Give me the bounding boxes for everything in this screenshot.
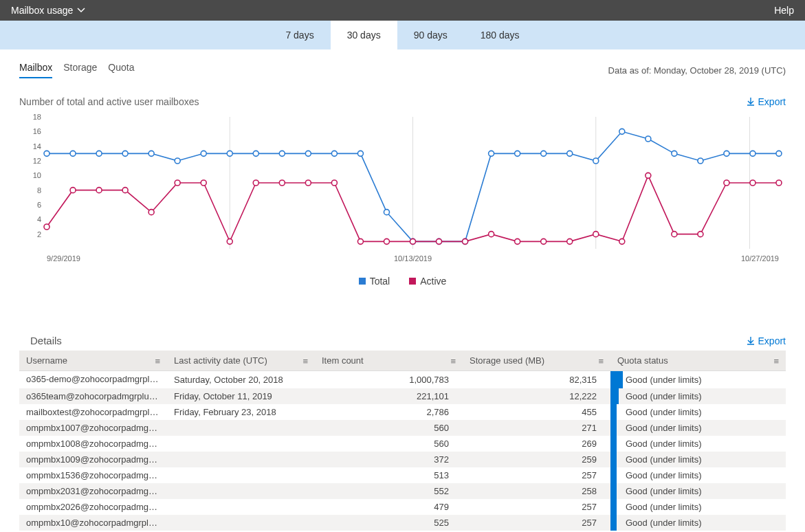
cell-storage: 257 [463, 515, 610, 531]
svg-text:16: 16 [33, 127, 41, 135]
cell-last [167, 515, 315, 531]
cell-quota: Good (under limits) [610, 404, 786, 420]
svg-point-67 [619, 239, 625, 244]
tab-180-days[interactable]: 180 days [464, 21, 536, 49]
svg-point-38 [619, 129, 625, 134]
tab-90-days[interactable]: 90 days [397, 21, 464, 49]
svg-point-63 [515, 239, 520, 244]
col-storage[interactable]: Storage used (MB)≡ [463, 351, 610, 371]
table-row[interactable]: ompmbx1008@zohocorpadmgrplus.o...560269G… [19, 436, 786, 452]
cell-quota: Good (under limits) [610, 452, 786, 467]
svg-point-56 [331, 180, 337, 186]
svg-point-47 [96, 188, 102, 193]
cell-quota: Good (under limits) [610, 420, 786, 436]
help-link[interactable]: Help [774, 5, 794, 16]
tab-mailbox[interactable]: Mailbox [19, 62, 52, 78]
svg-point-65 [567, 239, 573, 244]
table-row[interactable]: o365-demo@zohocorpadmgrplus.onmicros...S… [19, 371, 786, 388]
col-menu-icon[interactable]: ≡ [450, 355, 456, 366]
cell-items: 525 [315, 515, 463, 531]
cell-storage: 12,222 [463, 388, 610, 404]
cell-username: ompmbx2026@zohocorpadmgrplus.o... [19, 499, 167, 515]
svg-point-57 [357, 239, 363, 244]
table-row[interactable]: ompmbx1009@zohocorpadmgrplus.o...372259G… [19, 452, 786, 467]
cell-last: Friday, February 23, 2018 [167, 404, 315, 420]
svg-point-45 [44, 224, 49, 230]
svg-point-61 [463, 239, 468, 244]
chevron-down-icon [77, 6, 85, 14]
svg-text:10: 10 [33, 171, 41, 179]
cell-items: 513 [315, 467, 463, 483]
cell-items: 221,101 [315, 388, 463, 404]
svg-point-68 [646, 173, 651, 178]
svg-text:14: 14 [33, 142, 41, 151]
svg-point-27 [331, 151, 337, 156]
download-icon [746, 336, 756, 346]
tab-30-days[interactable]: 30 days [331, 21, 397, 49]
cell-storage: 82,315 [463, 371, 610, 388]
export-label: Export [758, 335, 786, 346]
cell-username: mailboxtest@zohocorpadmgrplus.on... [19, 404, 167, 420]
page-menu[interactable]: Mailbox usage [11, 5, 85, 16]
col-last-activity[interactable]: Last activity date (UTC)≡ [167, 351, 315, 371]
cell-quota: Good (under limits) [610, 499, 786, 515]
details-title: Details [30, 335, 62, 346]
data-as-of: Data as of: Monday, October 28, 2019 (UT… [608, 65, 786, 76]
svg-text:6: 6 [37, 201, 41, 209]
svg-point-59 [410, 239, 416, 244]
svg-point-42 [724, 151, 729, 156]
svg-point-21 [175, 158, 180, 164]
svg-point-72 [750, 180, 756, 186]
svg-point-60 [437, 239, 442, 244]
svg-text:12: 12 [33, 157, 41, 165]
col-menu-icon[interactable]: ≡ [302, 355, 308, 366]
cell-items: 560 [315, 436, 463, 452]
table-row[interactable]: ompmbx2031@zohocorpadmgrplus.o...552258G… [19, 483, 786, 499]
cell-last [167, 436, 315, 452]
svg-point-16 [44, 151, 49, 156]
svg-point-46 [70, 188, 76, 193]
col-menu-icon[interactable]: ≡ [773, 355, 779, 366]
svg-point-19 [122, 151, 128, 156]
svg-point-52 [227, 239, 232, 244]
mailbox-chart: 246810121416189/29/201910/13/201910/27/2… [19, 111, 786, 269]
tab-7-days[interactable]: 7 days [269, 21, 330, 49]
svg-point-25 [279, 151, 285, 156]
svg-point-51 [201, 180, 206, 186]
cell-last: Friday, October 11, 2019 [167, 388, 315, 404]
cell-quota: Good (under limits) [610, 371, 786, 388]
col-menu-icon[interactable]: ≡ [598, 355, 604, 366]
export-chart-button[interactable]: Export [746, 96, 786, 107]
table-row[interactable]: mailboxtest@zohocorpadmgrplus.on...Frida… [19, 404, 786, 420]
svg-point-71 [724, 180, 729, 186]
cell-storage: 271 [463, 420, 610, 436]
cell-last: Saturday, October 20, 2018 [167, 371, 315, 388]
tab-storage[interactable]: Storage [63, 62, 97, 78]
cell-quota: Good (under limits) [610, 388, 786, 404]
table-row[interactable]: o365team@zohocorpadmgrplus.onmi...Friday… [19, 388, 786, 404]
cell-username: ompmbx2031@zohocorpadmgrplus.o... [19, 483, 167, 499]
export-table-button[interactable]: Export [746, 335, 786, 346]
tab-quota[interactable]: Quota [108, 62, 134, 78]
svg-point-29 [384, 210, 389, 215]
date-range-tabs: 7 days 30 days 90 days 180 days [0, 21, 805, 49]
svg-text:4: 4 [37, 215, 41, 223]
table-row[interactable]: ompmbx10@zohocorpadmgrplus.on...525257Go… [19, 515, 786, 531]
table-row[interactable]: ompmbx2026@zohocorpadmgrplus.o...479257G… [19, 499, 786, 515]
svg-point-18 [96, 151, 102, 156]
svg-point-28 [357, 151, 363, 156]
table-row[interactable]: ompmbx1007@zohocorpadmgrplus.o...560271G… [19, 420, 786, 436]
export-label: Export [758, 96, 786, 107]
cell-last [167, 467, 315, 483]
col-username[interactable]: Username≡ [19, 351, 167, 371]
details-table: Username≡ Last activity date (UTC)≡ Item… [19, 351, 786, 531]
svg-point-54 [279, 180, 285, 186]
table-row[interactable]: ompmbx1536@zohocorpadmgrplus.o...513257G… [19, 467, 786, 483]
svg-point-48 [122, 188, 128, 193]
cell-username: ompmbx1007@zohocorpadmgrplus.o... [19, 420, 167, 436]
svg-text:2: 2 [37, 230, 41, 239]
col-item-count[interactable]: Item count≡ [315, 351, 463, 371]
col-quota[interactable]: Quota status≡ [610, 351, 786, 371]
col-menu-icon[interactable]: ≡ [155, 355, 160, 366]
cell-storage: 257 [463, 467, 610, 483]
